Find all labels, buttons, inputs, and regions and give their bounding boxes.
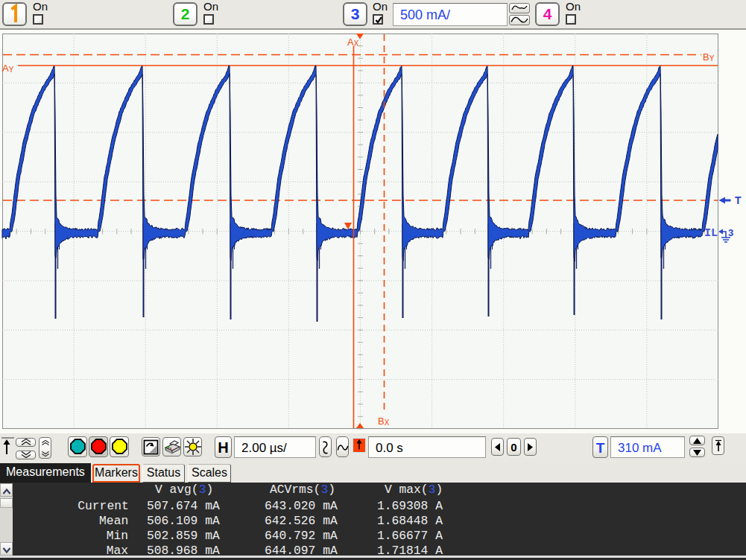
svg-text:T: T xyxy=(735,194,742,206)
svg-text:3: 3 xyxy=(728,227,733,238)
svg-text:IL: IL xyxy=(704,227,718,240)
